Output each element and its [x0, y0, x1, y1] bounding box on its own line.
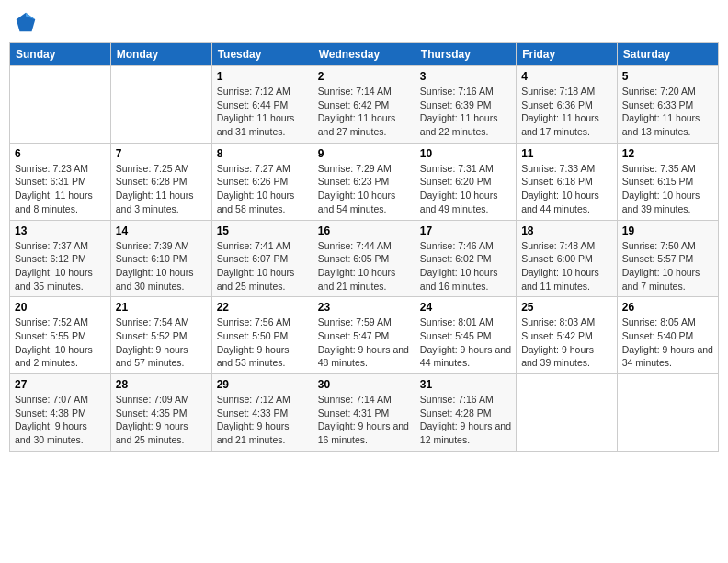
day-cell: 22Sunrise: 7:56 AM Sunset: 5:50 PM Dayli… [211, 297, 313, 374]
day-info: Sunrise: 7:46 AM Sunset: 6:02 PM Dayligh… [420, 239, 511, 293]
day-number: 11 [521, 147, 612, 160]
day-number: 19 [622, 224, 713, 237]
day-cell [617, 374, 718, 452]
day-info: Sunrise: 7:27 AM Sunset: 6:26 PM Dayligh… [217, 162, 308, 216]
day-cell: 19Sunrise: 7:50 AM Sunset: 5:57 PM Dayli… [617, 220, 718, 297]
day-cell: 31Sunrise: 7:16 AM Sunset: 4:28 PM Dayli… [415, 374, 516, 452]
header-friday: Friday [517, 43, 618, 66]
day-cell: 10Sunrise: 7:31 AM Sunset: 6:20 PM Dayli… [415, 143, 516, 220]
day-cell: 13Sunrise: 7:37 AM Sunset: 6:12 PM Dayli… [10, 220, 111, 297]
header-saturday: Saturday [617, 43, 718, 66]
day-info: Sunrise: 7:50 AM Sunset: 5:57 PM Dayligh… [622, 239, 713, 293]
day-cell: 14Sunrise: 7:39 AM Sunset: 6:10 PM Dayli… [110, 220, 211, 297]
day-cell: 2Sunrise: 7:14 AM Sunset: 6:42 PM Daylig… [313, 66, 415, 144]
day-number: 28 [116, 378, 207, 391]
header-thursday: Thursday [415, 43, 516, 66]
day-number: 13 [15, 224, 106, 237]
day-number: 4 [521, 70, 612, 83]
day-number: 2 [318, 70, 410, 83]
day-number: 7 [116, 147, 207, 160]
day-info: Sunrise: 8:05 AM Sunset: 5:40 PM Dayligh… [622, 316, 713, 370]
week-row-3: 13Sunrise: 7:37 AM Sunset: 6:12 PM Dayli… [10, 220, 719, 297]
day-cell: 12Sunrise: 7:35 AM Sunset: 6:15 PM Dayli… [617, 143, 718, 220]
day-cell: 9Sunrise: 7:29 AM Sunset: 6:23 PM Daylig… [313, 143, 415, 220]
day-cell: 4Sunrise: 7:18 AM Sunset: 6:36 PM Daylig… [517, 66, 618, 144]
day-info: Sunrise: 7:48 AM Sunset: 6:00 PM Dayligh… [521, 239, 612, 293]
day-cell: 18Sunrise: 7:48 AM Sunset: 6:00 PM Dayli… [517, 220, 618, 297]
day-info: Sunrise: 7:12 AM Sunset: 6:44 PM Dayligh… [217, 85, 308, 139]
day-number: 1 [217, 70, 308, 83]
day-number: 8 [217, 147, 308, 160]
day-info: Sunrise: 7:31 AM Sunset: 6:20 PM Dayligh… [420, 162, 511, 216]
day-number: 10 [420, 147, 511, 160]
day-info: Sunrise: 8:03 AM Sunset: 5:42 PM Dayligh… [521, 316, 612, 370]
day-number: 20 [15, 301, 106, 314]
header-monday: Monday [110, 43, 211, 66]
week-row-2: 6Sunrise: 7:23 AM Sunset: 6:31 PM Daylig… [10, 143, 719, 220]
day-number: 12 [622, 147, 713, 160]
day-cell: 7Sunrise: 7:25 AM Sunset: 6:28 PM Daylig… [110, 143, 211, 220]
day-cell: 16Sunrise: 7:44 AM Sunset: 6:05 PM Dayli… [313, 220, 415, 297]
day-number: 31 [420, 378, 511, 391]
header-sunday: Sunday [10, 43, 111, 66]
day-cell: 23Sunrise: 7:59 AM Sunset: 5:47 PM Dayli… [313, 297, 415, 374]
day-info: Sunrise: 7:44 AM Sunset: 6:05 PM Dayligh… [318, 239, 410, 293]
day-number: 17 [420, 224, 511, 237]
day-cell: 21Sunrise: 7:54 AM Sunset: 5:52 PM Dayli… [110, 297, 211, 374]
day-cell: 6Sunrise: 7:23 AM Sunset: 6:31 PM Daylig… [10, 143, 111, 220]
day-cell: 20Sunrise: 7:52 AM Sunset: 5:55 PM Dayli… [10, 297, 111, 374]
day-number: 27 [15, 378, 106, 391]
day-cell: 1Sunrise: 7:12 AM Sunset: 6:44 PM Daylig… [211, 66, 313, 144]
day-info: Sunrise: 7:14 AM Sunset: 6:42 PM Dayligh… [318, 85, 410, 139]
day-number: 18 [521, 224, 612, 237]
day-info: Sunrise: 7:14 AM Sunset: 4:31 PM Dayligh… [318, 393, 410, 447]
day-cell: 11Sunrise: 7:33 AM Sunset: 6:18 PM Dayli… [517, 143, 618, 220]
day-info: Sunrise: 7:09 AM Sunset: 4:35 PM Dayligh… [116, 393, 207, 447]
day-cell: 17Sunrise: 7:46 AM Sunset: 6:02 PM Dayli… [415, 220, 516, 297]
day-info: Sunrise: 7:25 AM Sunset: 6:28 PM Dayligh… [116, 162, 207, 216]
header-tuesday: Tuesday [211, 43, 313, 66]
day-info: Sunrise: 7:56 AM Sunset: 5:50 PM Dayligh… [217, 316, 308, 370]
day-info: Sunrise: 7:33 AM Sunset: 6:18 PM Dayligh… [521, 162, 612, 216]
week-row-5: 27Sunrise: 7:07 AM Sunset: 4:38 PM Dayli… [10, 374, 719, 452]
calendar-table: SundayMondayTuesdayWednesdayThursdayFrid… [9, 42, 719, 452]
day-info: Sunrise: 7:20 AM Sunset: 6:33 PM Dayligh… [622, 85, 713, 139]
day-number: 16 [318, 224, 410, 237]
day-cell: 30Sunrise: 7:14 AM Sunset: 4:31 PM Dayli… [313, 374, 415, 452]
day-cell: 25Sunrise: 8:03 AM Sunset: 5:42 PM Dayli… [517, 297, 618, 374]
day-info: Sunrise: 7:41 AM Sunset: 6:07 PM Dayligh… [217, 239, 308, 293]
day-info: Sunrise: 7:12 AM Sunset: 4:33 PM Dayligh… [217, 393, 308, 447]
header-row: SundayMondayTuesdayWednesdayThursdayFrid… [10, 43, 719, 66]
day-info: Sunrise: 7:16 AM Sunset: 6:39 PM Dayligh… [420, 85, 511, 139]
day-number: 21 [116, 301, 207, 314]
day-info: Sunrise: 7:37 AM Sunset: 6:12 PM Dayligh… [15, 239, 106, 293]
day-cell: 24Sunrise: 8:01 AM Sunset: 5:45 PM Dayli… [415, 297, 516, 374]
day-cell [10, 66, 111, 144]
day-info: Sunrise: 7:16 AM Sunset: 4:28 PM Dayligh… [420, 393, 511, 447]
day-cell [517, 374, 618, 452]
day-number: 23 [318, 301, 410, 314]
day-info: Sunrise: 7:23 AM Sunset: 6:31 PM Dayligh… [15, 162, 106, 216]
week-row-1: 1Sunrise: 7:12 AM Sunset: 6:44 PM Daylig… [10, 66, 719, 144]
day-cell: 3Sunrise: 7:16 AM Sunset: 6:39 PM Daylig… [415, 66, 516, 144]
day-number: 22 [217, 301, 308, 314]
day-info: Sunrise: 7:35 AM Sunset: 6:15 PM Dayligh… [622, 162, 713, 216]
page-header [9, 9, 719, 35]
day-number: 14 [116, 224, 207, 237]
day-number: 6 [15, 147, 106, 160]
day-info: Sunrise: 7:54 AM Sunset: 5:52 PM Dayligh… [116, 316, 207, 370]
day-cell: 8Sunrise: 7:27 AM Sunset: 6:26 PM Daylig… [211, 143, 313, 220]
day-number: 30 [318, 378, 410, 391]
logo [13, 9, 42, 35]
day-cell: 27Sunrise: 7:07 AM Sunset: 4:38 PM Dayli… [10, 374, 111, 452]
day-info: Sunrise: 7:52 AM Sunset: 5:55 PM Dayligh… [15, 316, 106, 370]
day-cell: 29Sunrise: 7:12 AM Sunset: 4:33 PM Dayli… [211, 374, 313, 452]
day-number: 5 [622, 70, 713, 83]
day-cell: 5Sunrise: 7:20 AM Sunset: 6:33 PM Daylig… [617, 66, 718, 144]
day-info: Sunrise: 7:59 AM Sunset: 5:47 PM Dayligh… [318, 316, 410, 370]
day-number: 25 [521, 301, 612, 314]
day-number: 24 [420, 301, 511, 314]
day-cell [110, 66, 211, 144]
logo-icon [13, 9, 39, 35]
day-number: 15 [217, 224, 308, 237]
